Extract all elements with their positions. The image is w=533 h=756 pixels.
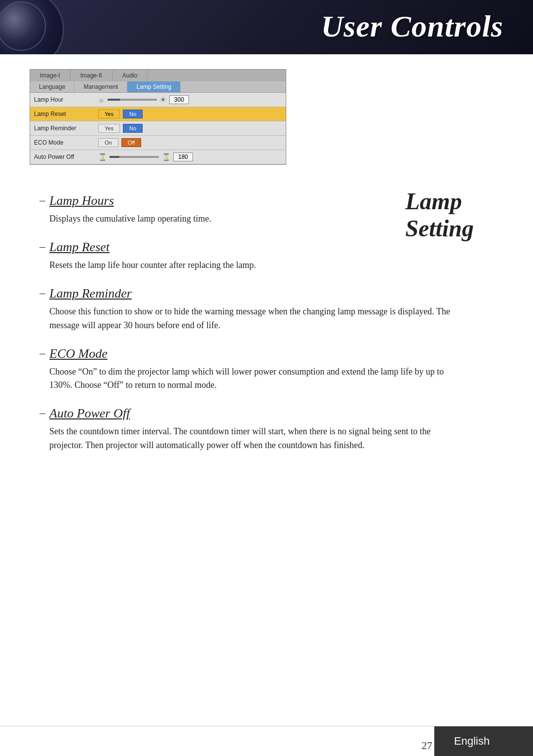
- lamp-hour-value: 300: [169, 95, 189, 104]
- page-title: User Controls: [321, 9, 503, 44]
- heading-lamp-hours: Lamp Hours: [30, 193, 503, 208]
- page-number: 27: [412, 739, 434, 756]
- section-lamp-reset: Lamp Reset Resets the lamp life hour cou…: [30, 240, 503, 272]
- sun-icon-large: ☀: [160, 96, 166, 104]
- lamp-reminder-controls: Yes No: [98, 124, 282, 133]
- heading-lamp-reminder: Lamp Reminder: [30, 286, 503, 301]
- section-auto-power-off: Auto Power Off Sets the countdown timer …: [30, 406, 503, 453]
- subtab-language[interactable]: Language: [30, 81, 75, 92]
- eco-mode-label: ECO Mode: [34, 139, 98, 146]
- section-lamp-reminder: Lamp Reminder Choose this function to sh…: [30, 286, 503, 333]
- auto-power-off-controls: ⌛ ⌛ 180: [98, 152, 282, 161]
- body-lamp-reminder: Choose this function to show or to hide …: [30, 305, 503, 333]
- footer: 27 English: [0, 726, 533, 756]
- lens-decoration: [0, 0, 64, 54]
- tab-image-i[interactable]: Image-I: [30, 70, 71, 81]
- eco-mode-on-button[interactable]: On: [98, 138, 118, 147]
- top-bar: User Controls: [0, 0, 533, 54]
- tab-audio[interactable]: Audio: [113, 70, 148, 81]
- auto-power-off-label: Auto Power Off: [34, 153, 98, 160]
- main-content: Image-I Image-II Audio Language Manageme…: [0, 54, 533, 492]
- lens-inner: [0, 1, 46, 51]
- heading-eco-mode: ECO Mode: [30, 346, 503, 361]
- lamp-hour-label: Lamp Hour: [34, 96, 98, 103]
- body-eco-mode: Choose “On” to dim the projector lamp wh…: [30, 365, 503, 393]
- panel-row-lamp-reset: Lamp Reset Yes No: [30, 107, 286, 121]
- lamp-hour-controls: ☼ ☀ 300: [98, 95, 282, 104]
- panel-row-lamp-reminder: Lamp Reminder Yes No: [30, 121, 286, 136]
- subtab-management[interactable]: Management: [75, 81, 127, 92]
- page-title-area: User Controls: [321, 9, 503, 44]
- lamp-reset-controls: Yes No: [98, 110, 282, 118]
- auto-power-value: 180: [173, 152, 193, 161]
- heading-lamp-reset: Lamp Reset: [30, 240, 503, 255]
- timer-icon-large: ⌛: [162, 153, 170, 161]
- lamp-reset-yes-button[interactable]: Yes: [98, 110, 120, 118]
- tab-image-ii[interactable]: Image-II: [71, 70, 113, 81]
- heading-auto-power-off: Auto Power Off: [30, 406, 503, 421]
- body-auto-power-off: Sets the countdown timer interval. The c…: [30, 425, 503, 453]
- language-label: English: [454, 735, 490, 748]
- eco-mode-off-button[interactable]: Off: [121, 138, 141, 147]
- lamp-reminder-no-button[interactable]: No: [123, 124, 143, 133]
- lamp-reminder-yes-button[interactable]: Yes: [98, 124, 120, 133]
- lamp-hour-slider[interactable]: [108, 99, 157, 101]
- section-eco-mode: ECO Mode Choose “On” to dim the projecto…: [30, 346, 503, 393]
- lamp-reminder-label: Lamp Reminder: [34, 125, 98, 132]
- lamp-reset-no-button[interactable]: No: [123, 110, 143, 118]
- subtab-lamp-setting[interactable]: Lamp Setting: [127, 81, 181, 92]
- panel-row-lamp-hour: Lamp Hour ☼ ☀ 300: [30, 93, 286, 107]
- panel-row-auto-power-off: Auto Power Off ⌛ ⌛ 180: [30, 150, 286, 164]
- panel-row-eco-mode: ECO Mode On Off: [30, 136, 286, 150]
- timer-icon-small: ⌛: [98, 153, 107, 161]
- lamp-reset-label: Lamp Reset: [34, 111, 98, 117]
- eco-mode-controls: On Off: [98, 138, 282, 147]
- auto-power-slider[interactable]: [110, 156, 159, 158]
- sun-icon-small: ☼: [98, 96, 105, 104]
- tab-row-1: Image-I Image-II Audio: [30, 70, 286, 81]
- sub-tab-row: Language Management Lamp Setting: [30, 81, 286, 93]
- body-lamp-reset: Resets the lamp life hour counter after …: [30, 259, 503, 272]
- ui-panel: Image-I Image-II Audio Language Manageme…: [30, 69, 286, 165]
- footer-page: 27: [412, 726, 434, 756]
- footer-language: English: [434, 726, 533, 756]
